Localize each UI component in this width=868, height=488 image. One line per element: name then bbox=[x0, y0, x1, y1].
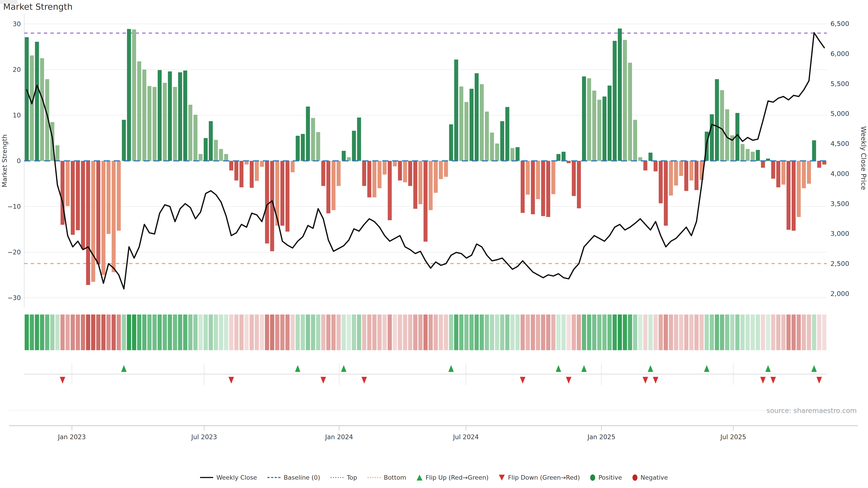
triangle-down-icon bbox=[499, 475, 505, 481]
heatmap-cell bbox=[751, 315, 755, 350]
strength-bar bbox=[592, 91, 596, 161]
legend-item: Negative bbox=[632, 474, 668, 481]
heatmap-cell bbox=[30, 315, 34, 350]
heatmap-cell bbox=[106, 315, 111, 350]
heatmap-cell bbox=[521, 315, 525, 350]
strength-bar bbox=[327, 161, 331, 213]
heatmap-cell bbox=[40, 315, 44, 350]
strength-bar bbox=[766, 159, 770, 161]
strength-bar bbox=[526, 161, 530, 195]
strength-bar bbox=[321, 161, 325, 186]
legend-item: Bottom bbox=[368, 474, 406, 481]
strength-bar bbox=[76, 161, 80, 230]
flip-down-marker bbox=[653, 377, 658, 384]
heatmap-cell bbox=[35, 315, 39, 350]
heatmap-cell bbox=[296, 315, 300, 350]
heatmap-cell bbox=[152, 315, 157, 350]
heatmap-cell bbox=[112, 315, 116, 350]
flip-up-marker bbox=[448, 365, 454, 372]
left-tick-label: 20 bbox=[13, 66, 21, 73]
strength-bar bbox=[771, 161, 775, 179]
strength-bar bbox=[521, 161, 525, 213]
heatmap-cell bbox=[255, 315, 259, 350]
strength-bar bbox=[101, 161, 105, 275]
flip-down-marker bbox=[362, 377, 367, 384]
heatmap-cell bbox=[377, 315, 382, 350]
heatmap-cell bbox=[679, 315, 683, 350]
heatmap-cell bbox=[403, 315, 407, 350]
heatmap-cell bbox=[720, 315, 724, 350]
strength-bar bbox=[485, 111, 489, 161]
strength-bar bbox=[193, 115, 197, 161]
legend-item-label: Weekly Close bbox=[216, 474, 257, 481]
strength-bar bbox=[633, 120, 637, 161]
strength-bar bbox=[357, 118, 361, 161]
strength-bar bbox=[792, 161, 796, 231]
heatmap-cell bbox=[669, 315, 673, 350]
heatmap-cell bbox=[367, 315, 371, 350]
strength-bar bbox=[301, 134, 305, 161]
heatmap-cell bbox=[449, 315, 453, 350]
heatmap-cell bbox=[188, 315, 193, 350]
strength-bar bbox=[204, 138, 208, 161]
heatmap-cell bbox=[582, 315, 586, 350]
heatmap-cell bbox=[393, 315, 397, 350]
heatmap-cell bbox=[776, 315, 780, 350]
heatmap-cell bbox=[756, 315, 760, 350]
strength-bar bbox=[413, 161, 417, 209]
strength-bar bbox=[495, 143, 499, 161]
x-tick-label: Jul 2023 bbox=[191, 433, 217, 441]
heatmap-cell bbox=[214, 315, 218, 350]
strength-bar bbox=[643, 161, 647, 170]
left-tick-label: 0 bbox=[17, 157, 21, 165]
strength-bar bbox=[531, 161, 535, 214]
strength-bar bbox=[173, 87, 177, 161]
strength-bar bbox=[802, 161, 806, 188]
flip-up-marker bbox=[121, 365, 127, 372]
strength-bar bbox=[143, 70, 147, 161]
heatmap-cell bbox=[382, 315, 387, 350]
strength-bar bbox=[219, 149, 223, 161]
heatmap-cell bbox=[648, 315, 653, 350]
heatmap-cell bbox=[464, 315, 469, 350]
heatmap-cell bbox=[771, 315, 775, 350]
strength-bar bbox=[480, 84, 484, 161]
strength-bar bbox=[475, 73, 479, 161]
heatmap-cell bbox=[408, 315, 412, 350]
heatmap-cell bbox=[285, 315, 290, 350]
heatmap-cell bbox=[602, 315, 607, 350]
heatmap-cell bbox=[705, 315, 709, 350]
strength-bar bbox=[81, 161, 85, 249]
strength-bar bbox=[224, 154, 228, 161]
heatmap-cell bbox=[664, 315, 668, 350]
heatmap-cell bbox=[71, 315, 75, 350]
heatmap-cell bbox=[357, 315, 361, 350]
heatmap-cell bbox=[807, 315, 811, 350]
heatmap-cell bbox=[505, 315, 509, 350]
flip-up-marker bbox=[765, 365, 771, 372]
strength-bar bbox=[510, 148, 515, 161]
left-axis-title: Market Strength bbox=[1, 134, 8, 187]
heatmap-cell bbox=[372, 315, 377, 350]
heatmap-cell bbox=[132, 315, 136, 350]
strength-bar bbox=[158, 70, 162, 161]
right-tick-label: 2,000 bbox=[831, 290, 849, 297]
heatmap-cell bbox=[613, 315, 617, 350]
strength-bar bbox=[96, 161, 100, 265]
strength-bar bbox=[751, 152, 755, 161]
heatmap-cell bbox=[280, 315, 285, 350]
legend-dotted-glyph bbox=[331, 477, 344, 478]
right-tick-label: 6,500 bbox=[831, 20, 849, 28]
heatmap-cell bbox=[224, 315, 228, 350]
legend-item: Flip Down (Green→Red) bbox=[499, 474, 580, 481]
heatmap-cell bbox=[413, 315, 417, 350]
strength-bar bbox=[188, 105, 192, 161]
heatmap-cell bbox=[797, 315, 801, 350]
heatmap-cell bbox=[229, 315, 234, 350]
strength-bar bbox=[746, 149, 750, 161]
strength-bar bbox=[679, 161, 683, 176]
strength-bar bbox=[572, 161, 576, 196]
strength-bar bbox=[608, 86, 612, 161]
heatmap-cell bbox=[81, 315, 85, 350]
strength-bar bbox=[25, 37, 29, 161]
